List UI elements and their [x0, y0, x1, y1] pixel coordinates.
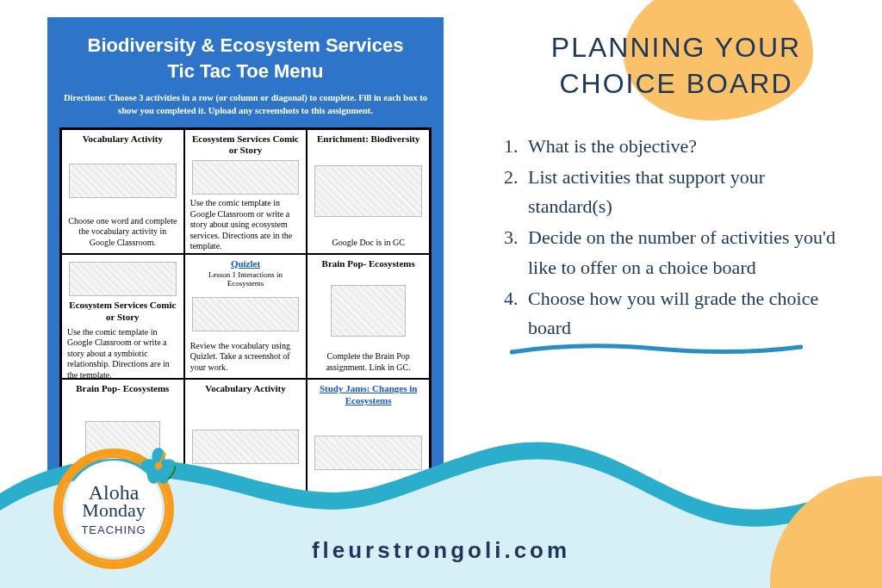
title-line1: Planning Your — [551, 32, 801, 63]
cell-desc: Choose one word and complete the vocabul… — [67, 216, 178, 249]
cell-title: Brain Pop- Ecosystems — [313, 258, 424, 270]
logo-text-2: Monday — [82, 499, 145, 522]
title-line2: Choice Board — [559, 68, 792, 99]
worksheet-title: Biodiversity & Ecosystem Services — [47, 33, 444, 59]
svg-point-7 — [162, 453, 165, 456]
cell-2-1: Ecosystem Services Comic or Story Use th… — [61, 254, 184, 379]
cell-title: Brain Pop- Ecosystems — [67, 383, 178, 395]
cell-1-3: Enrichment: Biodiversity Google Doc is i… — [307, 129, 430, 254]
cell-2-3: Brain Pop- Ecosystems Complete the Brain… — [307, 254, 430, 379]
cell-graphic — [69, 262, 177, 296]
logo-text-3: TEACHING — [81, 523, 146, 536]
cell-graphic — [192, 160, 300, 195]
cell-title: Enrichment: Biodiversity — [313, 133, 424, 145]
cell-1-1: Vocabulary Activity Choose one word and … — [61, 129, 184, 254]
cell-desc: Use the comic template in Google Classro… — [67, 327, 178, 380]
cell-1-2: Ecosystem Services Comic or Story Use th… — [184, 129, 307, 254]
cell-title: Vocabulary Activity — [67, 133, 178, 145]
list-item: Choose how you will grade the choice boa… — [504, 284, 848, 343]
worksheet-directions: Directions: Choose 3 activities in a row… — [61, 92, 430, 116]
cell-desc: Complete the Brain Pop assignment. Link … — [313, 351, 424, 373]
cell-title: Ecosystem Services Comic or Story — [190, 133, 301, 158]
cell-link: Study Jams: Changes in Ecosystems — [313, 383, 424, 407]
cell-title: Vocabulary Activity — [190, 383, 301, 395]
cell-desc: Use the comic template in Google Classro… — [190, 198, 301, 252]
cell-link: Quizlet — [190, 258, 301, 270]
worksheet-subtitle: Tic Tac Toe Menu — [47, 59, 444, 84]
cell-graphic — [314, 148, 422, 233]
cell-desc: Review the vocabulary using Quizlet. Tak… — [190, 341, 301, 374]
planning-list: What is the objective? List activities t… — [504, 132, 848, 343]
cell-desc: Google Doc is in GC — [313, 238, 424, 249]
brand-logo: Aloha Monday TEACHING — [53, 449, 174, 569]
cell-2-2: Quizlet Lesson 1 Interactions in Ecosyst… — [184, 254, 307, 379]
slide-canvas: Biodiversity & Ecosystem Services Tic Ta… — [0, 0, 882, 588]
list-item: Decide on the number of activities you'd… — [504, 223, 848, 282]
list-item: List activities that support your standa… — [504, 163, 848, 221]
right-column: Planning Your Choice Board What is the o… — [504, 30, 848, 344]
cell-graphic — [69, 148, 177, 212]
panel-title: Planning Your Choice Board — [504, 30, 848, 102]
cell-graphic — [192, 291, 300, 337]
cell-title: Ecosystem Services Comic or Story — [67, 300, 178, 324]
list-item: What is the objective? — [504, 132, 848, 161]
cell-graphic — [314, 274, 422, 349]
hibiscus-icon — [140, 447, 177, 485]
cell-sub: Lesson 1 Interactions in Ecosystems — [190, 270, 301, 288]
